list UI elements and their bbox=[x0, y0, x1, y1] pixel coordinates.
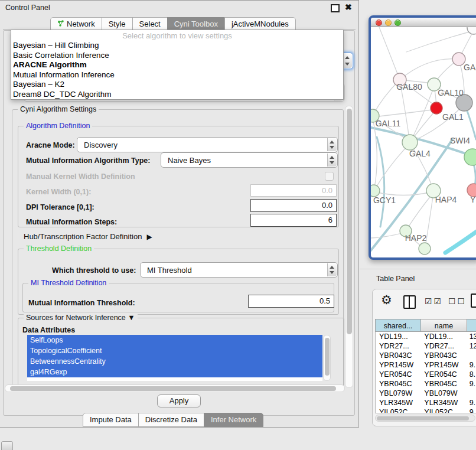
table-cell: 9. bbox=[467, 398, 476, 407]
tab-impute-data[interactable]: Impute Data bbox=[83, 413, 139, 427]
gear-icon[interactable]: ⚙ bbox=[381, 293, 392, 307]
table-row[interactable]: YBL079WYBL079W bbox=[376, 389, 476, 398]
mi-threshold-input[interactable]: 0.5 bbox=[248, 295, 334, 308]
algorithm-option-aracne-algorithm[interactable]: ARACNE Algorithm bbox=[11, 60, 343, 70]
float-window-icon[interactable] bbox=[331, 4, 340, 12]
edge[interactable] bbox=[400, 59, 459, 80]
which-threshold-label: Which threshold to use: bbox=[52, 266, 136, 275]
table-row[interactable]: YBR043CYBR043C bbox=[376, 351, 476, 360]
table-cell: YDR27... bbox=[421, 341, 467, 351]
attribute-topologicalcoefficient[interactable]: TopologicalCoefficient bbox=[27, 345, 322, 356]
edge[interactable] bbox=[379, 27, 400, 80]
close-traffic-light-icon[interactable] bbox=[376, 19, 382, 26]
table-row[interactable]: YBR045CYBR045C9. bbox=[376, 379, 476, 389]
control-panel-window: Control Panel ✖ NetworkStyleSelectCyni T… bbox=[0, 0, 359, 428]
node-GAL1[interactable] bbox=[431, 102, 442, 114]
columns-icon[interactable] bbox=[403, 295, 416, 309]
table-cell: 9. bbox=[467, 360, 476, 370]
manual-kernel-checkbox[interactable] bbox=[325, 172, 334, 181]
algorithm-option-bayesian-hill-climbing[interactable]: Bayesian – Hill Climbing bbox=[11, 41, 343, 51]
table-horizontal-scrollbar[interactable] bbox=[375, 415, 475, 422]
edge[interactable] bbox=[406, 31, 474, 52]
node-GAL4[interactable] bbox=[402, 135, 418, 150]
node-GCY1[interactable] bbox=[371, 185, 380, 197]
table-cell: YDL19... bbox=[376, 332, 421, 341]
table-cell: YBL079W bbox=[421, 389, 467, 398]
window-title: Control Panel bbox=[5, 4, 50, 12]
deselect-all-checkboxes-icon[interactable]: ☐☐ bbox=[448, 296, 467, 306]
edge[interactable] bbox=[445, 230, 476, 253]
select-all-checkboxes-icon[interactable]: ☑☑ bbox=[425, 296, 443, 306]
table-row[interactable]: YDL19...YDL19...13 bbox=[376, 332, 476, 341]
settings-horizontal-scrollbar[interactable] bbox=[5, 384, 345, 392]
minimize-traffic-light-icon[interactable] bbox=[385, 19, 392, 26]
table-row[interactable]: YLR345WYLR345W9. bbox=[376, 398, 476, 407]
export-table-icon[interactable] bbox=[471, 294, 476, 308]
table-cell: YPR145W bbox=[421, 360, 467, 370]
attribute-selfloops[interactable]: SelfLoops bbox=[27, 335, 322, 345]
algorithm-option-mutual-information-inference[interactable]: Mutual Information Inference bbox=[11, 70, 343, 80]
algorithm-option-basic-correlation-inference[interactable]: Basic Correlation Inference bbox=[11, 51, 343, 61]
expander-collapsed-icon: ▶ bbox=[146, 233, 152, 241]
close-icon[interactable]: ✖ bbox=[345, 2, 352, 12]
network-window: GALGAL80GAL10GAL1GAL11GAL4SWI4GCY1HAP4YH… bbox=[369, 15, 476, 260]
network-canvas[interactable]: GALGAL80GAL10GAL1GAL11GAL4SWI4GCY1HAP4YH… bbox=[371, 27, 476, 260]
table-cell: YDR27... bbox=[376, 341, 421, 351]
table-panel-title: Table Panel bbox=[376, 275, 415, 283]
attribute-betweennesscentrality[interactable]: BetweennessCentrality bbox=[27, 356, 322, 367]
table-row[interactable]: YER054CYER054C8. bbox=[376, 370, 476, 379]
list-scrollbar[interactable] bbox=[323, 335, 331, 381]
settings-vertical-scrollbar[interactable] bbox=[345, 106, 353, 388]
algorithm-option-bayesian-k2[interactable]: Bayesian – K2 bbox=[11, 80, 343, 90]
edge[interactable] bbox=[410, 87, 434, 144]
zoom-traffic-light-icon[interactable] bbox=[395, 19, 401, 26]
attribute-gal4rgexp[interactable]: gal4RGexp bbox=[27, 367, 322, 377]
algorithm-option-dream8-dc-tdc-algorithm[interactable]: Dream8 DC_TDC Algorithm bbox=[11, 90, 343, 100]
mi-type-value: Naive Bayes bbox=[168, 156, 211, 165]
network-window-titlebar[interactable] bbox=[371, 18, 476, 27]
aracne-mode-value: Discovery bbox=[84, 141, 118, 149]
which-threshold-combobox[interactable]: MI Threshold bbox=[140, 262, 338, 278]
expander-expanded-icon[interactable]: ▼ bbox=[128, 314, 135, 322]
kernel-width-label: Kernel Width (0,1): bbox=[26, 188, 91, 196]
node-table: shared...name YDL19...YDL19...13YDR27...… bbox=[375, 319, 476, 413]
apply-button[interactable]: Apply bbox=[157, 394, 201, 407]
kernel-width-input[interactable]: 0.0 bbox=[250, 184, 337, 197]
mi-steps-input[interactable]: 6 bbox=[250, 214, 337, 227]
algorithm-dropdown-list: Select algorithm to view settings Bayesi… bbox=[11, 30, 344, 100]
dpi-tolerance-input[interactable]: 0.0 bbox=[250, 199, 337, 212]
node-top-partial[interactable] bbox=[467, 27, 476, 34]
group-title: MI Threshold Definition bbox=[28, 279, 109, 287]
table-cell: YBR043C bbox=[376, 351, 421, 360]
tab-discretize-data[interactable]: Discretize Data bbox=[138, 413, 204, 427]
node-SWI4[interactable] bbox=[464, 149, 476, 165]
table-cell: YER054C bbox=[376, 370, 421, 379]
tab-infer-network[interactable]: Infer Network bbox=[204, 413, 263, 427]
edge[interactable] bbox=[377, 137, 384, 227]
table-cell: YBL079W bbox=[376, 389, 421, 398]
table-row[interactable]: YPR145WYPR145W9. bbox=[376, 360, 476, 370]
column-header-shared[interactable]: shared... bbox=[375, 319, 421, 332]
data-attributes-list: SelfLoopsTopologicalCoefficientBetweenne… bbox=[27, 335, 322, 381]
mi-type-combobox[interactable]: Naive Bayes bbox=[161, 152, 338, 168]
manual-kernel-label: Manual Kernel Width Definition bbox=[26, 172, 135, 181]
table-cell: YBR045C bbox=[421, 379, 467, 389]
corner-button[interactable] bbox=[1, 441, 13, 450]
aracne-mode-combobox[interactable]: Discovery bbox=[77, 137, 338, 152]
node-label-gal4: GAL4 bbox=[409, 149, 431, 158]
table-cell: YIL052C bbox=[376, 407, 421, 413]
table-header: shared...name bbox=[375, 319, 476, 332]
aracne-mode-label: Aracne Mode: bbox=[26, 141, 75, 149]
which-threshold-value: MI Threshold bbox=[147, 266, 192, 275]
table-row[interactable]: YIL052CYIL052C9. bbox=[376, 407, 476, 413]
node-label-gcy1: GCY1 bbox=[373, 195, 396, 205]
column-header-2[interactable] bbox=[467, 319, 476, 332]
node-bottom-partial[interactable] bbox=[419, 243, 431, 255]
node-label-hap2: HAP2 bbox=[405, 233, 427, 243]
network-icon bbox=[57, 20, 64, 30]
hub-definition-expander[interactable]: Hub/Transcription Factor Definition▶ bbox=[24, 232, 152, 241]
table-row[interactable]: YDR27...YDR27...12 bbox=[376, 341, 476, 351]
column-header-name[interactable]: name bbox=[420, 319, 467, 332]
bottom-tabs: Impute DataDiscretize DataInfer Network bbox=[83, 413, 263, 427]
mi-threshold-label: Mutual Information Threshold: bbox=[28, 299, 135, 307]
